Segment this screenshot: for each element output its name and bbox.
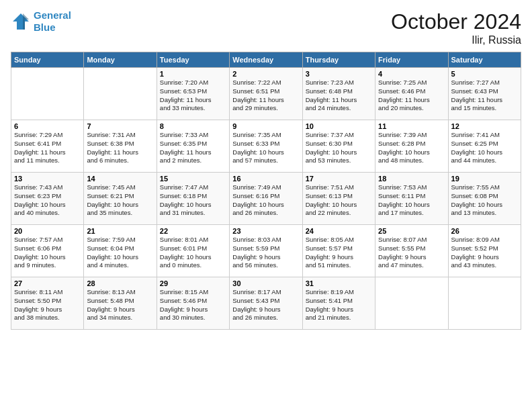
col-header-saturday: Saturday [448,52,521,68]
day-info: Sunrise: 8:15 AMSunset: 5:46 PMDaylight:… [160,288,226,322]
day-cell: 12Sunrise: 7:41 AMSunset: 6:25 PMDayligh… [448,120,521,173]
day-number: 24 [306,227,372,235]
day-info: Sunrise: 7:59 AMSunset: 6:04 PMDaylight:… [87,236,153,270]
day-info: Sunrise: 8:19 AMSunset: 5:41 PMDaylight:… [306,288,372,322]
day-cell: 11Sunrise: 7:39 AMSunset: 6:28 PMDayligh… [375,120,448,173]
day-info: Sunrise: 7:57 AMSunset: 6:06 PMDaylight:… [14,236,81,270]
day-info: Sunrise: 7:23 AMSunset: 6:48 PMDaylight:… [306,79,372,113]
week-row-3: 13Sunrise: 7:43 AMSunset: 6:23 PMDayligh… [11,173,521,225]
day-cell: 10Sunrise: 7:37 AMSunset: 6:30 PMDayligh… [302,120,375,173]
day-info: Sunrise: 7:20 AMSunset: 6:53 PMDaylight:… [160,79,226,113]
day-info: Sunrise: 7:55 AMSunset: 6:08 PMDaylight:… [451,183,518,218]
day-info: Sunrise: 7:31 AMSunset: 6:38 PMDaylight:… [87,131,153,165]
header-row: SundayMondayTuesdayWednesdayThursdayFrid… [11,52,521,68]
day-cell: 28Sunrise: 8:13 AMSunset: 5:48 PMDayligh… [84,277,157,330]
day-number: 31 [306,279,372,287]
day-info: Sunrise: 7:45 AMSunset: 6:21 PMDaylight:… [87,183,153,218]
day-cell [84,68,157,120]
day-number: 20 [14,227,81,235]
day-info: Sunrise: 7:49 AMSunset: 6:16 PMDaylight:… [232,183,299,218]
day-info: Sunrise: 8:01 AMSunset: 6:01 PMDaylight:… [160,236,226,270]
day-cell: 1Sunrise: 7:20 AMSunset: 6:53 PMDaylight… [157,68,229,120]
col-header-monday: Monday [84,52,157,68]
day-info: Sunrise: 7:37 AMSunset: 6:30 PMDaylight:… [306,131,372,165]
day-info: Sunrise: 8:05 AMSunset: 5:57 PMDaylight:… [306,236,372,270]
day-cell: 23Sunrise: 8:03 AMSunset: 5:59 PMDayligh… [230,225,302,277]
page: General Blue October 2024 Ilir, Russia S… [0,0,532,411]
day-cell: 4Sunrise: 7:25 AMSunset: 6:46 PMDaylight… [375,68,448,120]
day-cell: 20Sunrise: 7:57 AMSunset: 6:06 PMDayligh… [11,225,84,277]
day-number: 6 [14,122,81,130]
day-number: 7 [87,122,153,130]
day-info: Sunrise: 7:25 AMSunset: 6:46 PMDaylight:… [378,79,445,113]
day-cell: 30Sunrise: 8:17 AMSunset: 5:43 PMDayligh… [230,277,302,330]
day-cell: 22Sunrise: 8:01 AMSunset: 6:01 PMDayligh… [157,225,229,277]
day-number: 23 [232,227,299,235]
svg-marker-0 [13,13,29,30]
day-cell: 24Sunrise: 8:05 AMSunset: 5:57 PMDayligh… [302,225,375,277]
day-cell: 29Sunrise: 8:15 AMSunset: 5:46 PMDayligh… [157,277,229,330]
day-cell: 31Sunrise: 8:19 AMSunset: 5:41 PMDayligh… [302,277,375,330]
day-number: 4 [378,70,445,78]
day-cell: 19Sunrise: 7:55 AMSunset: 6:08 PMDayligh… [448,173,521,225]
day-cell: 27Sunrise: 8:11 AMSunset: 5:50 PMDayligh… [11,277,84,330]
day-number: 28 [87,279,153,287]
day-cell: 17Sunrise: 7:51 AMSunset: 6:13 PMDayligh… [302,173,375,225]
day-info: Sunrise: 7:27 AMSunset: 6:43 PMDaylight:… [451,79,518,113]
day-info: Sunrise: 7:41 AMSunset: 6:25 PMDaylight:… [451,131,518,165]
col-header-tuesday: Tuesday [157,52,229,68]
day-info: Sunrise: 8:11 AMSunset: 5:50 PMDaylight:… [14,288,81,322]
day-cell [11,68,84,120]
col-header-wednesday: Wednesday [230,52,302,68]
day-cell: 7Sunrise: 7:31 AMSunset: 6:38 PMDaylight… [84,120,157,173]
day-info: Sunrise: 7:33 AMSunset: 6:35 PMDaylight:… [160,131,226,165]
day-cell: 8Sunrise: 7:33 AMSunset: 6:35 PMDaylight… [157,120,229,173]
day-number: 15 [160,175,226,183]
day-info: Sunrise: 7:35 AMSunset: 6:33 PMDaylight:… [232,131,299,165]
day-number: 19 [451,175,518,183]
day-info: Sunrise: 8:09 AMSunset: 5:52 PMDaylight:… [451,236,518,270]
day-number: 22 [160,227,226,235]
col-header-friday: Friday [375,52,448,68]
day-info: Sunrise: 7:53 AMSunset: 6:11 PMDaylight:… [378,183,445,218]
day-cell [448,277,521,330]
day-info: Sunrise: 7:39 AMSunset: 6:28 PMDaylight:… [378,131,445,165]
day-info: Sunrise: 7:47 AMSunset: 6:18 PMDaylight:… [160,183,226,218]
day-number: 10 [306,122,372,130]
day-number: 21 [87,227,153,235]
header: General Blue October 2024 Ilir, Russia [11,9,521,46]
logo-icon [11,11,31,32]
day-number: 5 [451,70,518,78]
calendar-table: SundayMondayTuesdayWednesdayThursdayFrid… [11,52,521,330]
day-number: 29 [160,279,226,287]
day-number: 11 [378,122,445,130]
week-row-5: 27Sunrise: 8:11 AMSunset: 5:50 PMDayligh… [11,277,521,330]
day-number: 12 [451,122,518,130]
day-cell [375,277,448,330]
location-title: Ilir, Russia [391,34,521,46]
col-header-sunday: Sunday [11,52,84,68]
day-info: Sunrise: 8:07 AMSunset: 5:55 PMDaylight:… [378,236,445,270]
day-number: 17 [306,175,372,183]
day-number: 25 [378,227,445,235]
day-cell: 21Sunrise: 7:59 AMSunset: 6:04 PMDayligh… [84,225,157,277]
day-number: 14 [87,175,153,183]
month-title: October 2024 [391,9,521,34]
week-row-4: 20Sunrise: 7:57 AMSunset: 6:06 PMDayligh… [11,225,521,277]
day-info: Sunrise: 8:17 AMSunset: 5:43 PMDaylight:… [232,288,299,322]
day-cell: 6Sunrise: 7:29 AMSunset: 6:41 PMDaylight… [11,120,84,173]
day-number: 16 [232,175,299,183]
day-number: 18 [378,175,445,183]
day-info: Sunrise: 8:03 AMSunset: 5:59 PMDaylight:… [232,236,299,270]
logo-text: General Blue [34,9,71,34]
day-cell: 16Sunrise: 7:49 AMSunset: 6:16 PMDayligh… [230,173,302,225]
day-cell: 5Sunrise: 7:27 AMSunset: 6:43 PMDaylight… [448,68,521,120]
day-cell: 2Sunrise: 7:22 AMSunset: 6:51 PMDaylight… [230,68,302,120]
day-info: Sunrise: 7:51 AMSunset: 6:13 PMDaylight:… [306,183,372,218]
day-cell: 18Sunrise: 7:53 AMSunset: 6:11 PMDayligh… [375,173,448,225]
day-number: 1 [160,70,226,78]
day-cell: 13Sunrise: 7:43 AMSunset: 6:23 PMDayligh… [11,173,84,225]
day-number: 2 [232,70,299,78]
col-header-thursday: Thursday [302,52,375,68]
day-number: 26 [451,227,518,235]
